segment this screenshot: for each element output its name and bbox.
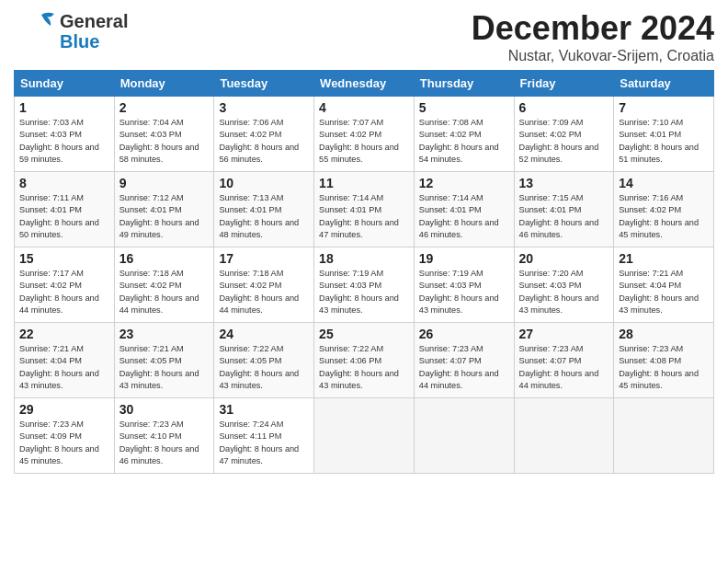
day-info: Sunrise: 7:13 AM Sunset: 4:01 PM Dayligh… [219, 192, 309, 241]
day-info: Sunrise: 7:10 AM Sunset: 4:01 PM Dayligh… [619, 117, 709, 166]
logo-blue-text: Blue [60, 31, 128, 52]
day-number: 3 [219, 100, 309, 115]
day-info: Sunrise: 7:11 AM Sunset: 4:01 PM Dayligh… [19, 192, 109, 241]
day-number: 5 [419, 100, 509, 115]
calendar-cell: 24Sunrise: 7:22 AM Sunset: 4:05 PM Dayli… [214, 323, 314, 398]
calendar-cell: 18Sunrise: 7:19 AM Sunset: 4:03 PM Dayli… [314, 247, 415, 323]
calendar-cell: 4Sunrise: 7:07 AM Sunset: 4:02 PM Daylig… [314, 97, 415, 172]
day-number: 7 [619, 100, 709, 115]
day-number: 22 [19, 327, 109, 341]
day-number: 12 [419, 176, 509, 190]
calendar-cell: 23Sunrise: 7:21 AM Sunset: 4:05 PM Dayli… [114, 323, 214, 398]
day-info: Sunrise: 7:14 AM Sunset: 4:01 PM Dayligh… [319, 192, 409, 241]
calendar-cell: 7Sunrise: 7:10 AM Sunset: 4:01 PM Daylig… [614, 97, 714, 172]
calendar-cell: 26Sunrise: 7:23 AM Sunset: 4:07 PM Dayli… [414, 323, 514, 398]
calendar-cell: 21Sunrise: 7:21 AM Sunset: 4:04 PM Dayli… [614, 247, 714, 323]
calendar-cell [314, 398, 415, 474]
day-number: 8 [19, 176, 109, 190]
col-sunday: Sunday [15, 71, 115, 97]
week-row-3: 15Sunrise: 7:17 AM Sunset: 4:02 PM Dayli… [15, 247, 714, 323]
logo-general-text: General [60, 11, 128, 31]
day-number: 19 [419, 251, 509, 266]
day-number: 26 [419, 327, 509, 341]
day-info: Sunrise: 7:23 AM Sunset: 4:10 PM Dayligh… [119, 419, 210, 467]
col-tuesday: Tuesday [214, 71, 314, 97]
calendar-cell: 22Sunrise: 7:21 AM Sunset: 4:04 PM Dayli… [15, 323, 115, 398]
logo: GeneralBlue [14, 9, 128, 53]
calendar-cell: 17Sunrise: 7:18 AM Sunset: 4:02 PM Dayli… [214, 247, 314, 323]
week-row-2: 8Sunrise: 7:11 AM Sunset: 4:01 PM Daylig… [15, 172, 714, 247]
logo-name: GeneralBlue [60, 11, 128, 52]
day-info: Sunrise: 7:16 AM Sunset: 4:02 PM Dayligh… [619, 192, 709, 241]
calendar-cell: 5Sunrise: 7:08 AM Sunset: 4:02 PM Daylig… [414, 97, 514, 172]
day-info: Sunrise: 7:03 AM Sunset: 4:03 PM Dayligh… [19, 117, 109, 166]
col-friday: Friday [514, 71, 614, 97]
col-thursday: Thursday [414, 71, 514, 97]
calendar-cell: 25Sunrise: 7:22 AM Sunset: 4:06 PM Dayli… [314, 323, 415, 398]
day-info: Sunrise: 7:22 AM Sunset: 4:06 PM Dayligh… [319, 343, 409, 392]
header-row: Sunday Monday Tuesday Wednesday Thursday… [15, 71, 714, 97]
day-number: 17 [219, 251, 309, 266]
day-info: Sunrise: 7:15 AM Sunset: 4:01 PM Dayligh… [519, 192, 609, 241]
col-monday: Monday [114, 71, 214, 97]
day-info: Sunrise: 7:18 AM Sunset: 4:02 PM Dayligh… [119, 268, 210, 316]
day-number: 16 [119, 251, 210, 266]
calendar-cell: 3Sunrise: 7:06 AM Sunset: 4:02 PM Daylig… [214, 97, 314, 172]
day-info: Sunrise: 7:23 AM Sunset: 4:07 PM Dayligh… [419, 343, 509, 392]
day-number: 14 [619, 176, 709, 190]
calendar-cell: 15Sunrise: 7:17 AM Sunset: 4:02 PM Dayli… [15, 247, 115, 323]
day-number: 18 [319, 251, 409, 266]
col-wednesday: Wednesday [314, 71, 415, 97]
calendar-cell: 1Sunrise: 7:03 AM Sunset: 4:03 PM Daylig… [15, 97, 115, 172]
calendar-cell: 20Sunrise: 7:20 AM Sunset: 4:03 PM Dayli… [514, 247, 614, 323]
calendar-cell: 12Sunrise: 7:14 AM Sunset: 4:01 PM Dayli… [414, 172, 514, 247]
page-header: GeneralBlue December 2024 Nustar, Vukova… [14, 9, 714, 64]
month-title: December 2024 [472, 9, 714, 48]
calendar-cell: 6Sunrise: 7:09 AM Sunset: 4:02 PM Daylig… [514, 97, 614, 172]
day-info: Sunrise: 7:21 AM Sunset: 4:04 PM Dayligh… [19, 343, 109, 392]
day-info: Sunrise: 7:04 AM Sunset: 4:03 PM Dayligh… [119, 117, 210, 166]
day-info: Sunrise: 7:17 AM Sunset: 4:02 PM Dayligh… [19, 268, 109, 316]
calendar-cell: 28Sunrise: 7:23 AM Sunset: 4:08 PM Dayli… [614, 323, 714, 398]
day-number: 23 [119, 327, 210, 341]
calendar-cell [414, 398, 514, 474]
calendar-cell: 10Sunrise: 7:13 AM Sunset: 4:01 PM Dayli… [214, 172, 314, 247]
logo-bird-icon [14, 9, 58, 53]
day-info: Sunrise: 7:24 AM Sunset: 4:11 PM Dayligh… [219, 419, 309, 467]
week-row-1: 1Sunrise: 7:03 AM Sunset: 4:03 PM Daylig… [15, 97, 714, 172]
calendar-cell: 27Sunrise: 7:23 AM Sunset: 4:07 PM Dayli… [514, 323, 614, 398]
day-number: 24 [219, 327, 309, 341]
day-info: Sunrise: 7:23 AM Sunset: 4:09 PM Dayligh… [19, 419, 109, 467]
day-number: 10 [219, 176, 309, 190]
calendar-cell: 13Sunrise: 7:15 AM Sunset: 4:01 PM Dayli… [514, 172, 614, 247]
day-number: 1 [19, 100, 109, 115]
calendar-cell: 8Sunrise: 7:11 AM Sunset: 4:01 PM Daylig… [15, 172, 115, 247]
day-info: Sunrise: 7:06 AM Sunset: 4:02 PM Dayligh… [219, 117, 309, 166]
day-number: 27 [519, 327, 609, 341]
day-number: 30 [119, 402, 210, 417]
page-container: GeneralBlue December 2024 Nustar, Vukova… [0, 0, 728, 483]
day-info: Sunrise: 7:19 AM Sunset: 4:03 PM Dayligh… [419, 268, 509, 316]
day-number: 28 [619, 327, 709, 341]
calendar-cell: 19Sunrise: 7:19 AM Sunset: 4:03 PM Dayli… [414, 247, 514, 323]
day-number: 2 [119, 100, 210, 115]
calendar-cell: 30Sunrise: 7:23 AM Sunset: 4:10 PM Dayli… [114, 398, 214, 474]
day-number: 29 [19, 402, 109, 417]
day-info: Sunrise: 7:07 AM Sunset: 4:02 PM Dayligh… [319, 117, 409, 166]
day-number: 31 [219, 402, 309, 417]
day-number: 20 [519, 251, 609, 266]
day-info: Sunrise: 7:23 AM Sunset: 4:07 PM Dayligh… [519, 343, 609, 392]
day-number: 21 [619, 251, 709, 266]
day-info: Sunrise: 7:21 AM Sunset: 4:04 PM Dayligh… [619, 268, 709, 316]
day-info: Sunrise: 7:18 AM Sunset: 4:02 PM Dayligh… [219, 268, 309, 316]
day-info: Sunrise: 7:12 AM Sunset: 4:01 PM Dayligh… [119, 192, 210, 241]
calendar-cell: 14Sunrise: 7:16 AM Sunset: 4:02 PM Dayli… [614, 172, 714, 247]
day-number: 25 [319, 327, 409, 341]
day-info: Sunrise: 7:09 AM Sunset: 4:02 PM Dayligh… [519, 117, 609, 166]
calendar-cell: 9Sunrise: 7:12 AM Sunset: 4:01 PM Daylig… [114, 172, 214, 247]
day-info: Sunrise: 7:08 AM Sunset: 4:02 PM Dayligh… [419, 117, 509, 166]
day-number: 15 [19, 251, 109, 266]
calendar-cell: 29Sunrise: 7:23 AM Sunset: 4:09 PM Dayli… [15, 398, 115, 474]
day-number: 11 [319, 176, 409, 190]
calendar-cell: 11Sunrise: 7:14 AM Sunset: 4:01 PM Dayli… [314, 172, 415, 247]
